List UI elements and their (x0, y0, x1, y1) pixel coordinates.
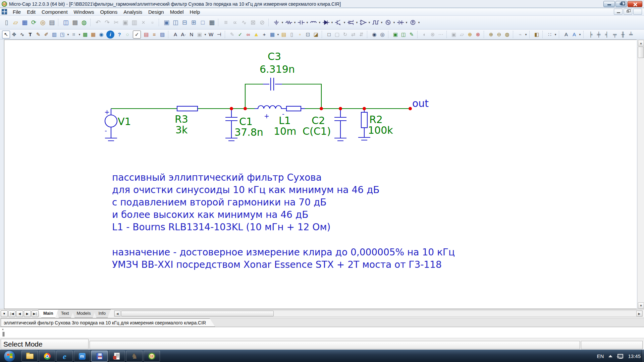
menu-options[interactable]: Options (97, 8, 120, 15)
nmos-transistor-icon[interactable] (346, 18, 355, 27)
align-top-icon[interactable]: ╤ (611, 31, 619, 39)
localize-models-icon[interactable]: ◫ (399, 31, 408, 39)
vertical-scroll-thumb[interactable] (638, 47, 644, 58)
delete-page-icon[interactable]: ⊗ (474, 31, 482, 39)
start-button[interactable] (4, 350, 15, 362)
box-tool-icon[interactable]: □ (325, 31, 333, 39)
sheet-tab-text[interactable]: Text (56, 309, 74, 318)
taskbar-game[interactable]: ♞ (126, 351, 143, 362)
align-middle-icon[interactable]: ╫ (619, 31, 627, 39)
menu-file[interactable]: File (10, 8, 24, 15)
new-file-icon[interactable]: ▯ (2, 18, 11, 27)
text-dock-panel[interactable]: × (0, 327, 644, 338)
horizontal-scrollbar[interactable]: ◀ ▶ (114, 310, 643, 317)
blank-doc-icon[interactable]: ▯ (288, 31, 296, 39)
checkbox-tool-icon[interactable]: ✓ (133, 31, 141, 39)
sheet-tab-info[interactable]: Info (93, 309, 111, 318)
text-mode-icon[interactable]: T (26, 31, 34, 39)
flow-mode-dropdown-icon[interactable]: ▾ (78, 33, 81, 36)
scroll-left-button[interactable]: ◀ (114, 311, 120, 316)
ground-icon[interactable] (272, 18, 281, 27)
ground-dropdown-icon[interactable]: ▾ (281, 21, 284, 24)
taskbar-microcap12[interactable]: 12 (144, 351, 160, 362)
taskbar-microcap-file[interactable] (91, 351, 108, 362)
save-file-icon[interactable]: ▦ (20, 18, 29, 27)
line-mode-icon[interactable]: ✎ (34, 31, 42, 39)
spreadsheet-icon[interactable]: ▦ (89, 31, 97, 39)
pan-mode-icon[interactable]: ✥ (10, 31, 18, 39)
component-panel-icon[interactable]: ◫ (61, 18, 70, 27)
find-repeat-icon[interactable]: A· (179, 31, 187, 39)
mdi-close-button[interactable] (633, 9, 642, 15)
scroll-up-button[interactable]: ▲ (638, 40, 644, 46)
clipboard-shapes-dropdown-icon[interactable]: ▾ (66, 33, 70, 36)
move-tool-icon[interactable]: + (260, 31, 268, 39)
current-source-icon[interactable] (408, 18, 417, 27)
verify-wiring-icon[interactable]: ✓ (236, 31, 244, 39)
resistor-icon[interactable] (284, 18, 293, 27)
warning-icon[interactable]: ▲ (252, 31, 260, 39)
close-button[interactable] (628, 1, 642, 7)
web-icon[interactable]: ◍ (79, 18, 89, 27)
maximize-window-icon[interactable]: □ (198, 18, 207, 27)
opamp-dropdown-icon[interactable]: ▾ (368, 21, 371, 24)
select-area-icon[interactable]: ⊡ (304, 31, 312, 39)
find-file-icon[interactable]: ◎ (38, 18, 47, 27)
pin-connect-icon[interactable]: ⊣ (215, 31, 223, 39)
find-text-icon[interactable]: A (171, 31, 179, 39)
flip-page-icon[interactable]: ◧ (533, 31, 541, 39)
link-mode-icon[interactable]: ◌ (123, 31, 131, 39)
align-bottom-icon[interactable]: ╧ (627, 31, 635, 39)
menu-model[interactable]: Model (167, 8, 187, 15)
grid-toggle-dropdown-icon[interactable]: ▾ (276, 33, 280, 36)
clipboard-shapes-icon[interactable]: ◳ (58, 31, 66, 39)
tile-vertical-icon[interactable]: ◫ (171, 18, 180, 27)
sine-source-dropdown-icon[interactable]: ▾ (392, 21, 396, 24)
nmos-transistor-dropdown-icon[interactable]: ▾ (355, 21, 359, 24)
update-models-icon[interactable]: ▣ (391, 31, 399, 39)
vertical-scrollbar[interactable]: ▲ ▼ (637, 40, 644, 309)
tile-horizontal-icon[interactable]: ⊟ (180, 18, 189, 27)
list-tool-icon[interactable]: ≡ (150, 31, 158, 39)
open-file-icon[interactable]: ▱ (11, 18, 20, 27)
flow-mode-icon[interactable]: ⌗ (70, 31, 78, 39)
dock-close-icon[interactable]: × (1, 327, 5, 331)
edit-source-icon[interactable]: ✎ (408, 31, 416, 39)
menu-component[interactable]: Component (39, 8, 71, 15)
schematic-canvas[interactable]: C3 6.319n V1 R3 3k C1 37.8n L1 10m C2 C(… (4, 40, 637, 309)
scroll-right-button[interactable]: ▶ (636, 311, 642, 316)
revert-file-icon[interactable]: ⟳ (29, 18, 38, 27)
pulse-source-icon[interactable] (371, 18, 380, 27)
dot-grid-icon[interactable]: ∷ (546, 31, 554, 39)
dot-grid-dropdown-icon[interactable]: ▾ (554, 33, 557, 36)
taskbar-internet-explorer[interactable]: e (56, 351, 73, 362)
add-page-icon[interactable]: ⊕ (466, 31, 474, 39)
print-icon[interactable]: ▤ (47, 18, 56, 27)
hidden-icons-arrow[interactable] (608, 355, 612, 357)
menu-edit[interactable]: Edit (24, 8, 39, 15)
tabs-next-button[interactable]: ▶ (24, 310, 31, 317)
find-node-icon[interactable]: N (187, 31, 196, 39)
probe-mode-dropdown-icon[interactable]: ▾ (524, 33, 528, 36)
find-in-files-icon[interactable]: ◎ (378, 31, 386, 39)
mdi-minimize-button[interactable] (614, 9, 623, 15)
calculator-icon[interactable]: ▦ (207, 18, 216, 27)
taskbar-document[interactable] (109, 351, 125, 362)
help-mode-icon[interactable]: ? (115, 31, 123, 39)
align-right-icon[interactable]: ╡ (603, 31, 611, 39)
overlap-windows-icon[interactable]: ⊞ (189, 18, 198, 27)
sheet-tab-main[interactable]: Main (38, 309, 58, 318)
zoom-100-icon[interactable]: ◍ (503, 31, 511, 39)
horizontal-scroll-thumb[interactable] (121, 311, 274, 316)
diode-icon[interactable] (321, 18, 330, 27)
zoom-in-icon[interactable]: ⊕ (487, 31, 495, 39)
tabs-prev-button[interactable]: ◀ (16, 310, 23, 317)
zoom-out-icon[interactable]: ⊖ (495, 31, 503, 39)
grid-toggle-icon[interactable]: ▦ (268, 31, 276, 39)
broken-link-icon[interactable]: ∞ (244, 31, 252, 39)
inductor-icon[interactable] (309, 18, 318, 27)
wire-mode-icon[interactable]: ∿ (18, 31, 26, 39)
font-color-icon[interactable]: A (570, 31, 578, 39)
language-indicator[interactable]: EN (597, 353, 604, 359)
align-center-icon[interactable]: ╪ (595, 31, 603, 39)
